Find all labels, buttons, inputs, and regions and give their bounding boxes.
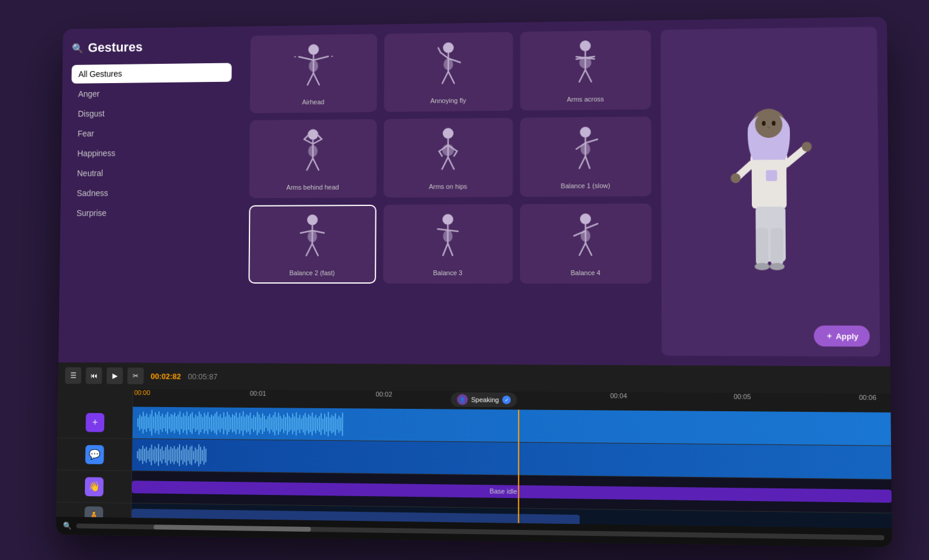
svg-line-38	[454, 151, 457, 156]
svg-line-79	[738, 164, 752, 176]
category-surprise[interactable]: Surprise	[69, 203, 230, 222]
category-neutral[interactable]: Neutral	[70, 163, 231, 182]
svg-point-73	[755, 111, 783, 138]
speaking-avatar-icon: 👤	[457, 394, 468, 405]
svg-line-28	[313, 139, 322, 144]
menu-button[interactable]: ☰	[65, 367, 81, 384]
gesture-card-annoying-fly[interactable]: Annoying fly	[384, 32, 513, 112]
scrollbar-thumb[interactable]	[154, 524, 311, 532]
skip-back-button[interactable]: ⏮	[86, 367, 102, 384]
svg-line-61	[443, 243, 448, 255]
gesture-card-arms-on-hips[interactable]: Arms on hips	[384, 118, 513, 198]
gesture-card-airhead[interactable]: Airhead	[250, 34, 377, 113]
track-icon-col-audio: ＋	[57, 406, 133, 438]
gesture-card-balance-2[interactable]: Balance 2 (fast)	[248, 205, 376, 284]
svg-point-60	[443, 230, 452, 242]
add-track-button[interactable]: ＋	[86, 412, 104, 432]
gesture-label-balance-1: Balance 1 (slow)	[561, 182, 610, 189]
track-icon-col-chat: 💬	[57, 438, 133, 471]
svg-line-54	[306, 243, 312, 255]
svg-line-26	[304, 139, 313, 144]
svg-line-44	[586, 139, 598, 143]
gesture-figure-balance-1	[527, 124, 644, 179]
svg-line-3	[313, 56, 328, 60]
svg-point-63	[580, 213, 591, 224]
svg-rect-77	[766, 170, 777, 181]
play-button[interactable]: ▶	[107, 367, 123, 384]
gesture-card-arms-behind-head[interactable]: Arms behind head	[249, 119, 377, 198]
category-anger[interactable]: Anger	[71, 83, 231, 104]
gesture-figure-arms-across	[527, 37, 643, 93]
svg-point-39	[442, 144, 454, 156]
gesture-card-balance-3[interactable]: Balance 3	[383, 204, 513, 284]
svg-point-46	[581, 143, 590, 155]
search-icon: 🔍	[72, 43, 83, 54]
panel-title: Gestures	[88, 40, 143, 55]
bottom-search-icon: 🔍	[63, 521, 72, 530]
check-badge: ✓	[502, 396, 511, 404]
svg-point-0	[308, 44, 319, 55]
svg-line-23	[586, 69, 592, 81]
svg-line-48	[586, 156, 590, 168]
svg-point-9	[443, 42, 454, 53]
tool-button[interactable]: ✂	[127, 367, 143, 384]
svg-point-49	[307, 214, 318, 225]
svg-point-17	[580, 40, 590, 51]
ruler-mark-1: 00:01	[250, 390, 266, 397]
gesture-card-balance-1[interactable]: Balance 1 (slow)	[520, 117, 651, 197]
svg-line-40	[442, 157, 448, 169]
svg-line-36	[439, 151, 442, 156]
svg-line-22	[579, 69, 585, 81]
svg-line-32	[313, 158, 319, 170]
speaking-chip: 👤 Speaking ✓	[451, 392, 517, 407]
ruler-mark-0: 00:00	[134, 389, 151, 396]
gestures-panel: 🔍 Gestures All Gestures Anger Disgust Fe…	[58, 26, 242, 363]
total-time: 00:05:87	[188, 372, 217, 381]
category-happiness[interactable]: Happiness	[70, 143, 231, 163]
svg-line-15	[442, 71, 448, 83]
chat-track-button[interactable]: 💬	[85, 445, 104, 464]
category-fear[interactable]: Fear	[70, 123, 231, 143]
gesture-label-balance-2: Balance 2 (fast)	[289, 269, 335, 276]
gesture-figure-balance-3	[390, 211, 505, 266]
gesture-label-airhead: Airhead	[302, 98, 324, 105]
gestures-header: 🔍 Gestures	[72, 39, 232, 56]
gesture-label-balance-4: Balance 4	[571, 269, 601, 276]
svg-point-85	[755, 263, 770, 270]
gesture-grid-panel: Airhead	[239, 20, 662, 366]
svg-rect-76	[752, 160, 787, 208]
category-all[interactable]: All Gestures	[72, 63, 232, 84]
gesture-label-arms-behind-head: Arms behind head	[286, 184, 339, 191]
category-disgust[interactable]: Disgust	[71, 103, 231, 123]
gesture-figure-arms-on-hips	[391, 125, 506, 180]
svg-line-29	[317, 134, 322, 139]
gesture-card-balance-4[interactable]: Balance 4	[520, 204, 652, 284]
svg-point-53	[307, 230, 317, 242]
gesture-figure-arms-behind-head	[257, 126, 370, 181]
apply-label: Apply	[836, 331, 859, 340]
apply-button[interactable]: ＋ Apply	[814, 326, 870, 347]
gesture-label-annoying-fly: Annoying fly	[430, 97, 466, 104]
svg-point-8	[308, 60, 318, 72]
svg-point-33	[443, 128, 454, 138]
svg-line-62	[448, 243, 452, 255]
gesture-track-button[interactable]: 👋	[84, 477, 103, 496]
svg-line-65	[586, 223, 598, 228]
svg-line-78	[786, 149, 805, 164]
gesture-card-arms-across[interactable]: Arms across	[520, 30, 651, 111]
svg-line-16	[448, 71, 454, 83]
category-sadness[interactable]: Sadness	[70, 183, 231, 203]
svg-point-14	[443, 58, 453, 70]
svg-line-41	[448, 157, 454, 169]
ruler-mark-2: 00:02	[376, 391, 392, 398]
svg-point-75	[772, 121, 775, 126]
svg-line-68	[580, 243, 586, 255]
svg-rect-83	[755, 228, 768, 265]
svg-line-27	[304, 134, 309, 139]
svg-line-31	[307, 158, 313, 170]
main-screen: 🔍 Gestures All Gestures Anger Disgust Fe…	[56, 17, 892, 547]
svg-line-55	[312, 243, 318, 255]
ruler-mark-5: 00:05	[734, 393, 751, 400]
apply-icon: ＋	[825, 331, 833, 341]
svg-point-42	[580, 126, 591, 137]
